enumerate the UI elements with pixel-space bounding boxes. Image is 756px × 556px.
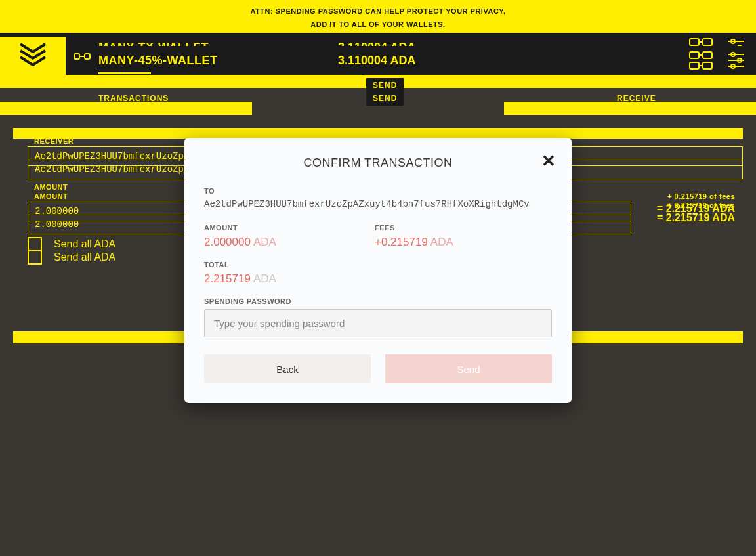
fees-label: FEES [375,224,506,232]
svg-rect-3 [690,39,699,45]
svg-rect-0 [74,54,79,59]
fees-note: + 0.215719 of fees [667,202,735,209]
send-button[interactable]: Send [385,354,552,383]
chevron-stack-icon [16,41,49,70]
tab-send[interactable]: SEND [366,78,404,93]
back-button[interactable]: Back [204,354,371,383]
send-all-label: Send all ADA [54,238,116,250]
modal-title: CONFIRM TRANSACTION [204,156,552,170]
svg-rect-17 [690,62,699,69]
total-note: = 2.215719 ADA [657,212,735,224]
amount-label: AMOUNT [204,224,335,232]
spending-password-input[interactable] [204,309,552,337]
svg-rect-16 [703,52,712,58]
total-label: TOTAL [204,261,552,268]
send-all-checkbox[interactable] [28,237,42,251]
tab-receive[interactable]: RECEIVE [610,78,663,93]
wallet-header-row-front: MANY-45%-WALLET 3.110004 ADA [0,46,756,75]
wallet-name-alt: MANY-45%-WALLET [98,54,218,68]
sliders-icon[interactable] [726,51,746,70]
plug-icon [74,51,91,64]
total-value: 2.215719ADA [204,272,552,286]
send-all-label: Send all ADA [54,251,116,263]
wallet-header: MANY-TX-WALLET 3.110004 ADA MANY-45%-WAL… [0,37,756,75]
receiver-label: RECEIVER [34,128,743,136]
spending-password-banner: ATTN: SPENDING PASSWORD CAN HELP PROTECT… [0,0,756,37]
amount-value: 2.000000ADA [204,236,335,249]
tab-transactions[interactable]: TRANSACTIONS [92,91,175,106]
glitch-strip [98,72,151,74]
svg-rect-2 [85,54,90,59]
banner-line-2: ADD IT TO ALL OF YOUR WALLETS. [0,18,756,32]
wallet-tabs: TRANSACTIONS SEND RECEIVE TRANSACTIONS S… [0,75,756,114]
wallet-multi-icon[interactable] [688,51,713,70]
amount-value: 2.000000 [35,219,79,230]
close-icon[interactable]: ✕ [541,152,556,169]
tab-receive[interactable]: RECEIVE [610,91,663,106]
svg-rect-18 [703,62,712,69]
banner-line-1: ATTN: SPENDING PASSWORD CAN HELP PROTECT… [0,5,756,18]
wallet-balance-alt: 3.110004 ADA [338,54,415,68]
to-label: TO [204,187,552,195]
password-label: SPENDING PASSWORD [204,297,552,305]
svg-rect-4 [703,39,712,45]
confirm-transaction-modal: ✕ CONFIRM TRANSACTION TO Ae2tdPwUPEZ3HUU… [184,138,572,403]
to-value: Ae2tdPwUPEZ3HUU7bmfexrUzoZpAZxuyt4b4bn7f… [204,199,552,209]
tab-transactions[interactable]: TRANSACTIONS [92,78,175,93]
send-all-checkbox[interactable] [28,250,42,265]
app-logo[interactable] [0,37,66,75]
tab-send[interactable]: SEND [366,91,404,106]
svg-rect-15 [690,52,699,58]
fees-note: + 0.215719 of fees [667,192,735,200]
fees-value: +0.215719ADA [375,236,506,249]
